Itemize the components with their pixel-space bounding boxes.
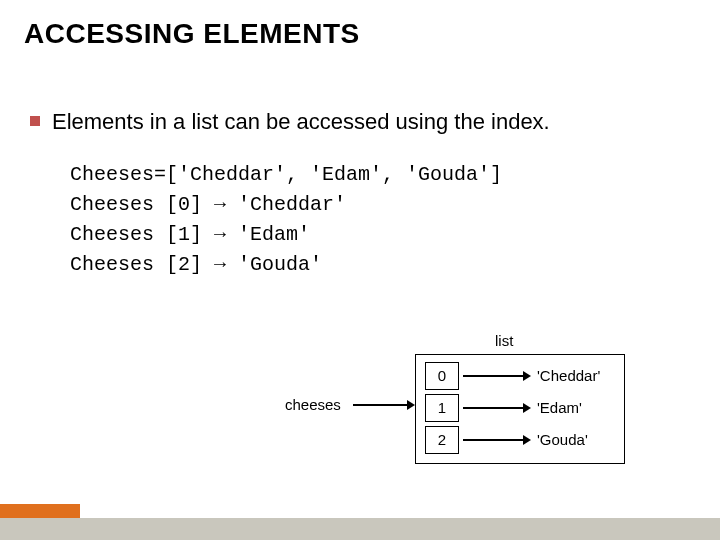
slide-title: ACCESSING ELEMENTS <box>24 18 360 50</box>
bullet-item: Elements in a list can be accessed using… <box>30 108 550 137</box>
index-cell: 0 <box>425 362 459 390</box>
arrowhead-icon <box>523 371 531 381</box>
footer-accent-orange <box>0 504 80 518</box>
arrow-icon <box>353 404 407 406</box>
bullet-text: Elements in a list can be accessed using… <box>52 108 550 137</box>
variable-name-label: cheeses <box>285 396 341 413</box>
code-line: Cheeses [1] → 'Edam' <box>70 223 310 246</box>
arrowhead-icon <box>523 403 531 413</box>
list-diagram: list cheeses 0 1 2 'Cheddar' 'Edam' 'Gou… <box>285 330 635 480</box>
code-line: Cheeses [0] → 'Cheddar' <box>70 193 346 216</box>
index-cell: 2 <box>425 426 459 454</box>
footer-accent-gray <box>0 518 720 540</box>
arrow-icon <box>463 407 523 409</box>
code-line: Cheeses [2] → 'Gouda' <box>70 253 322 276</box>
arrowhead-icon <box>407 400 415 410</box>
bullet-marker-icon <box>30 116 40 126</box>
code-block: Cheeses=['Cheddar', 'Edam', 'Gouda'] Che… <box>70 160 502 280</box>
list-type-label: list <box>495 332 513 349</box>
slide: ACCESSING ELEMENTS Elements in a list ca… <box>0 0 720 540</box>
code-line: Cheeses=['Cheddar', 'Edam', 'Gouda'] <box>70 163 502 186</box>
value-label: 'Cheddar' <box>537 367 600 384</box>
arrow-icon <box>463 375 523 377</box>
arrow-icon <box>463 439 523 441</box>
arrowhead-icon <box>523 435 531 445</box>
value-label: 'Gouda' <box>537 431 588 448</box>
index-cell: 1 <box>425 394 459 422</box>
value-label: 'Edam' <box>537 399 582 416</box>
